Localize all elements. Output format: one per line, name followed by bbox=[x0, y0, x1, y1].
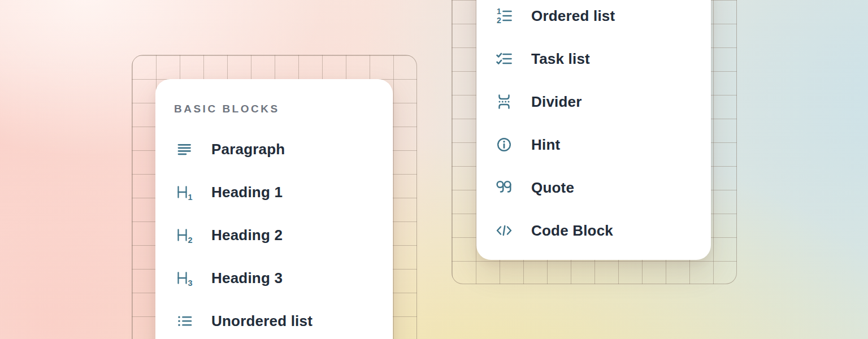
heading-1-icon: 1 bbox=[174, 183, 194, 201]
menu-item-label: Code Block bbox=[531, 222, 613, 240]
svg-text:2: 2 bbox=[188, 236, 192, 245]
menu-item-task-list[interactable]: Task list bbox=[494, 37, 711, 80]
editor-insert-menu-illustration: BASIC BLOCKS Paragraph 1 He bbox=[0, 0, 868, 339]
menu-item-label: Heading 1 bbox=[211, 184, 283, 201]
section-label: BASIC BLOCKS bbox=[174, 102, 393, 116]
menu-item-label: Paragraph bbox=[211, 141, 285, 158]
quote-icon bbox=[494, 179, 514, 197]
code-block-icon bbox=[494, 221, 514, 240]
menu-item-paragraph[interactable]: Paragraph bbox=[174, 128, 393, 171]
heading-3-icon: 3 bbox=[174, 269, 194, 287]
divider-icon bbox=[494, 93, 514, 111]
menu-item-label: Hint bbox=[531, 136, 560, 154]
menu-item-label: Quote bbox=[531, 179, 574, 197]
svg-text:3: 3 bbox=[188, 279, 192, 288]
heading-2-icon: 2 bbox=[174, 226, 194, 244]
menu-item-label: Ordered list bbox=[531, 7, 615, 25]
menu-item-code-block[interactable]: Code Block bbox=[494, 209, 711, 252]
ordered-list-icon: 1 2 bbox=[494, 7, 514, 25]
blocks-menu-panel: 1 2 Ordered list Task list bbox=[476, 0, 711, 260]
svg-text:1: 1 bbox=[497, 7, 501, 16]
unordered-list-icon bbox=[174, 312, 194, 330]
menu-item-label: Heading 2 bbox=[211, 227, 283, 244]
menu-item-heading-3[interactable]: 3 Heading 3 bbox=[174, 257, 393, 299]
paragraph-icon bbox=[174, 140, 194, 158]
menu-item-ordered-list[interactable]: 1 2 Ordered list bbox=[494, 0, 711, 37]
menu-item-divider[interactable]: Divider bbox=[494, 80, 711, 123]
menu-item-unordered-list[interactable]: Unordered list bbox=[174, 299, 393, 339]
menu-item-heading-2[interactable]: 2 Heading 2 bbox=[174, 214, 393, 257]
menu-item-label: Heading 3 bbox=[211, 270, 283, 287]
task-list-icon bbox=[494, 50, 514, 68]
svg-text:2: 2 bbox=[497, 16, 501, 25]
svg-text:1: 1 bbox=[188, 193, 192, 202]
menu-item-label: Unordered list bbox=[211, 312, 313, 330]
basic-blocks-menu-panel: BASIC BLOCKS Paragraph 1 He bbox=[155, 79, 393, 339]
menu-item-heading-1[interactable]: 1 Heading 1 bbox=[174, 171, 393, 214]
menu-item-label: Divider bbox=[531, 93, 582, 111]
hint-icon bbox=[494, 136, 514, 154]
menu-item-quote[interactable]: Quote bbox=[494, 166, 711, 209]
menu-item-label: Task list bbox=[531, 50, 590, 68]
menu-item-hint[interactable]: Hint bbox=[494, 123, 711, 166]
